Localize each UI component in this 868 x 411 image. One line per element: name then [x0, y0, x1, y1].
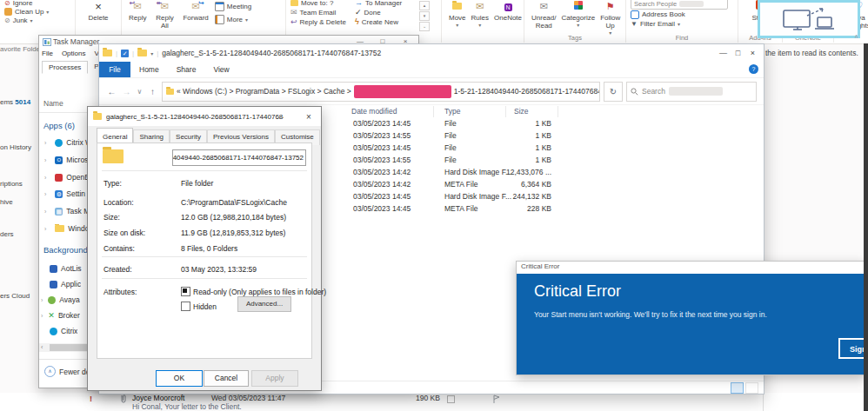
folder-name-field[interactable]: c_S-1-5-21-1284049440-2685068171-1744076… [172, 149, 306, 166]
sidebar-item-archive[interactable]: hive [0, 198, 13, 206]
process-row[interactable]: › Citrix W [44, 138, 92, 147]
menu-options[interactable]: Options [62, 50, 86, 57]
process-row[interactable]: › Windo [44, 224, 89, 233]
rules-button[interactable]: ✉ Rules▾ [469, 0, 491, 43]
quick-step-move-to[interactable]: Move to: ? [290, 0, 355, 7]
tab-view[interactable]: View [204, 62, 237, 77]
process-row[interactable]: ›⚙ Settin [44, 189, 85, 198]
process-row[interactable]: AotLis [50, 264, 82, 273]
readonly-checkbox[interactable] [181, 287, 190, 296]
properties-titlebar[interactable]: galagherc_S-1-5-21-1284049440-2685068171… [88, 107, 321, 126]
process-row[interactable]: ›O Micros [44, 156, 88, 164]
process-row[interactable]: Applic [50, 280, 81, 288]
explorer-titlebar[interactable]: | ✓ | ▾ | galagherc_S-1-5-21-1284049440-… [99, 44, 764, 62]
process-name: Avaya [59, 295, 79, 304]
quick-access-check-icon[interactable]: ✓ [121, 50, 129, 57]
overlay-collapse-caret[interactable]: ∧ [854, 33, 858, 40]
close-button[interactable]: × [297, 112, 321, 122]
flag-icon[interactable] [492, 394, 500, 406]
column-type[interactable]: Type [444, 107, 460, 116]
process-row[interactable]: ›✕ Broker [41, 311, 80, 320]
more-label: More [227, 16, 243, 23]
sidebar-item-folders[interactable]: ders [0, 230, 14, 238]
tab-file[interactable]: File [99, 62, 130, 77]
refresh-button[interactable]: ↻ [604, 82, 623, 102]
details-view-button[interactable] [731, 382, 744, 394]
task-manager-title: Task Manager [53, 37, 99, 46]
more-button[interactable]: More▾ [215, 13, 251, 25]
process-row[interactable]: Citrix [50, 327, 77, 335]
email-checkbox[interactable] [447, 395, 455, 403]
minimize-button[interactable]: — [716, 49, 731, 57]
apply-button[interactable]: Apply [251, 370, 298, 387]
advanced-button[interactable]: Advanced... [237, 296, 291, 312]
screen-share-overlay[interactable] [758, 0, 860, 38]
breadcrumb-sid[interactable]: 1-5-21-1284049440-2685068171-1744076847-… [454, 87, 600, 96]
ok-button[interactable]: OK [156, 370, 203, 387]
quick-steps-launcher[interactable]: ⌄ [419, 22, 430, 31]
openeye-icon [55, 174, 63, 182]
qat-dropdown-icon[interactable]: ▾ [150, 50, 153, 56]
tab-processes[interactable]: Processes [42, 61, 88, 74]
menu-file[interactable]: File [42, 50, 53, 57]
quick-steps-scroll-down[interactable]: ▾ [419, 11, 430, 21]
sidebar-item-history[interactable]: on History [0, 143, 31, 151]
up-button[interactable]: ↑ [147, 87, 158, 96]
tab-share[interactable]: Share [168, 62, 205, 77]
contains-label: Contains: [103, 244, 135, 253]
quick-step-team-email[interactable]: ✉ Team Email [290, 8, 355, 17]
column-date-modified[interactable]: Date modified [351, 107, 397, 116]
column-name[interactable]: Name [43, 99, 63, 108]
close-button[interactable]: × [745, 49, 760, 57]
location-value: C:\ProgramData\FSLogix\Cache [181, 198, 287, 207]
scroll-left-arrow[interactable]: ‹ [41, 344, 43, 350]
search-box[interactable]: Search [626, 82, 757, 102]
quick-step-done[interactable]: ✓ Done [355, 8, 416, 17]
column-size[interactable]: Size [514, 107, 529, 116]
clean-up-button[interactable]: Clean Up▾ [4, 7, 70, 16]
delete-button[interactable]: × Delete [85, 0, 110, 22]
address-book-button[interactable]: Address Book [631, 10, 733, 19]
junk-icon: ⊘ [4, 17, 10, 24]
back-button[interactable]: ← [106, 87, 117, 96]
meeting-button[interactable]: Meeting [215, 0, 251, 12]
critical-error-dialog: Critical Error Critical Error Your Start… [516, 261, 865, 375]
quick-steps-scroll-up[interactable]: ▴ [419, 1, 430, 10]
address-box[interactable]: « Windows (C:) > ProgramData > FSLogix >… [162, 82, 600, 102]
breadcrumb[interactable]: « Windows (C:) > ProgramData > FSLogix >… [177, 87, 351, 96]
follow-up-label: Follow Up [600, 14, 620, 30]
process-row[interactable]: › Avaya [41, 295, 80, 304]
forward-button[interactable]: → [121, 87, 132, 96]
move-button[interactable]: Move▾ [446, 0, 469, 43]
onenote-button[interactable]: N OneNote [491, 0, 524, 43]
quick-step-create-new[interactable]: ϟ Create New [355, 17, 416, 26]
apps-header[interactable]: Apps (6) [43, 121, 75, 130]
hidden-label: Hidden [193, 302, 217, 311]
quick-step-to-manager[interactable]: → To Manager [355, 0, 416, 7]
maximize-button[interactable]: □ [731, 49, 745, 57]
email-list-row[interactable]: ! Joyce Moorcroft Wed 03/05/2023 11:47 1… [0, 393, 864, 411]
tab-general[interactable]: General [97, 128, 133, 143]
process-row[interactable]: ›▦ Task M [44, 207, 90, 215]
critical-error-titlebar[interactable]: Critical Error [517, 262, 865, 274]
search-people-input[interactable]: Search People [631, 0, 728, 10]
hidden-checkbox[interactable] [181, 302, 190, 311]
filter-email-button[interactable]: ▼ Filter Email▾ [631, 19, 733, 29]
categorize-label: Categorize [561, 14, 595, 22]
ignore-icon: ⊘ [4, 0, 10, 7]
sidebar-item-subscriptions[interactable]: riptions [0, 180, 23, 188]
junk-button[interactable]: ⊘ Junk▾ [4, 16, 70, 24]
sign-out-button[interactable]: Sign out [838, 338, 865, 359]
process-row[interactable]: › OpenE [44, 173, 90, 182]
ignore-button[interactable]: ⊘ Ignore [4, 0, 70, 7]
ignore-label: Ignore [13, 0, 33, 7]
tab-home[interactable]: Home [130, 62, 168, 77]
recent-locations-icon[interactable]: ∨ [136, 88, 144, 96]
help-icon[interactable]: ? [749, 64, 758, 74]
sidebar-item-items[interactable]: ems 5014 [0, 98, 30, 106]
sidebar-item-cloud[interactable]: ers Cloud [0, 292, 30, 300]
icons-view-button[interactable] [745, 382, 758, 394]
quick-step-reply-delete[interactable]: ↩ Reply & Delete [290, 17, 355, 26]
cancel-button[interactable]: Cancel [204, 370, 249, 387]
reading-pane-divider [763, 393, 764, 411]
